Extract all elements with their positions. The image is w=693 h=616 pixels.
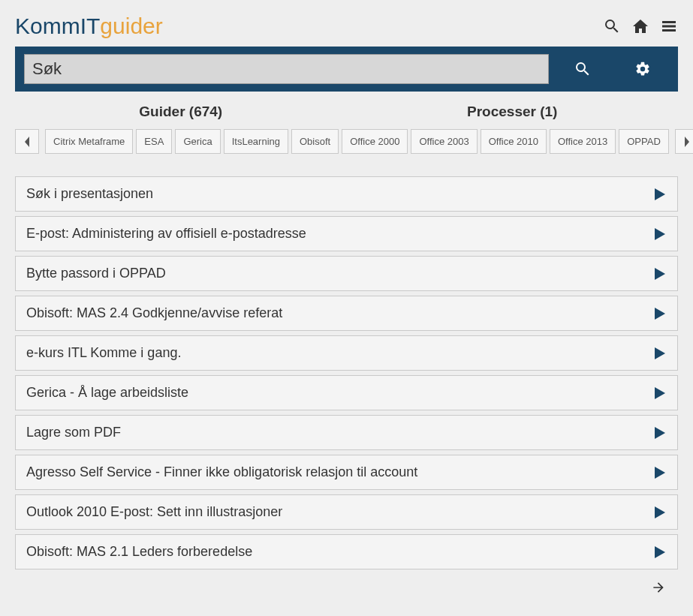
guide-title: Lagre som PDF (26, 425, 121, 440)
play-icon (652, 386, 667, 401)
play-icon (652, 425, 667, 440)
play-icon (652, 346, 667, 361)
guide-item[interactable]: Gerica - Å lage arbeidsliste (15, 375, 678, 410)
filter-chip[interactable]: OPPAD (619, 129, 669, 154)
guide-item[interactable]: Outlook 2010 E-post: Sett inn illustrasj… (15, 494, 678, 530)
next-page-button[interactable] (651, 580, 666, 598)
tab-guides[interactable]: Guider (674) (15, 99, 347, 125)
guide-title: e-kurs ITL Komme i gang. (26, 345, 181, 361)
guide-title: Gerica - Å lage arbeidsliste (26, 385, 188, 401)
search-bar (15, 47, 678, 92)
guide-item[interactable]: E-post: Administering av offisiell e-pos… (15, 216, 678, 251)
filter-chip[interactable]: Office 2003 (411, 129, 477, 154)
filter-chip[interactable]: Office 2013 (550, 129, 616, 154)
filter-row: Citrix MetaframeESAGericaItsLearningObis… (15, 129, 678, 154)
logo-part1: KommIT (15, 14, 100, 38)
search-icon[interactable] (603, 17, 621, 35)
search-input[interactable] (24, 54, 549, 84)
home-icon[interactable] (631, 17, 649, 35)
filter-prev-button[interactable] (15, 129, 39, 154)
svg-rect-0 (662, 21, 676, 23)
guide-title: Outlook 2010 E-post: Sett inn illustrasj… (26, 504, 282, 520)
guide-item[interactable]: Obisoft: MAS 2.4 Godkjenne/avvise refera… (15, 296, 678, 331)
play-icon (652, 505, 667, 520)
guide-item[interactable]: Bytte passord i OPPAD (15, 256, 678, 291)
app-logo: KommITguider (15, 14, 163, 39)
filter-chip[interactable]: Obisoft (291, 129, 339, 154)
guide-title: Obisoft: MAS 2.1 Leders forberedelse (26, 544, 252, 560)
guide-item[interactable]: Lagre som PDF (15, 415, 678, 450)
filter-chip[interactable]: ESA (136, 129, 172, 154)
play-icon (652, 465, 667, 480)
guide-title: Bytte passord i OPPAD (26, 266, 166, 281)
guide-item[interactable]: Obisoft: MAS 2.1 Leders forberedelse (15, 534, 678, 569)
tab-processes[interactable]: Processer (1) (347, 99, 679, 125)
guide-title: Obisoft: MAS 2.4 Godkjenne/avvise refera… (26, 305, 282, 321)
play-icon (652, 306, 667, 321)
svg-rect-2 (662, 29, 676, 32)
menu-icon[interactable] (660, 17, 678, 35)
play-icon (652, 227, 667, 242)
play-icon (652, 266, 667, 281)
filter-chip[interactable]: ItsLearning (224, 129, 288, 154)
filter-next-button[interactable] (675, 129, 693, 154)
play-icon (652, 187, 667, 202)
settings-button[interactable] (616, 61, 669, 77)
filter-chip[interactable]: Citrix Metaframe (45, 129, 133, 154)
filter-chip[interactable]: Gerica (175, 129, 220, 154)
play-icon (652, 545, 667, 560)
logo-part2: guider (100, 14, 162, 38)
search-button[interactable] (556, 60, 609, 78)
filter-chip[interactable]: Office 2010 (481, 129, 547, 154)
guide-title: Søk i presentasjonen (26, 186, 153, 202)
svg-rect-1 (662, 26, 676, 28)
guide-item[interactable]: e-kurs ITL Komme i gang. (15, 335, 678, 371)
filter-chip[interactable]: Office 2000 (342, 129, 408, 154)
guide-item[interactable]: Agresso Self Service - Finner ikke oblig… (15, 455, 678, 490)
guide-title: E-post: Administering av offisiell e-pos… (26, 226, 306, 242)
guide-title: Agresso Self Service - Finner ikke oblig… (26, 464, 417, 480)
guide-item[interactable]: Søk i presentasjonen (15, 176, 678, 212)
guide-list: Søk i presentasjonenE-post: Administerin… (15, 176, 678, 569)
